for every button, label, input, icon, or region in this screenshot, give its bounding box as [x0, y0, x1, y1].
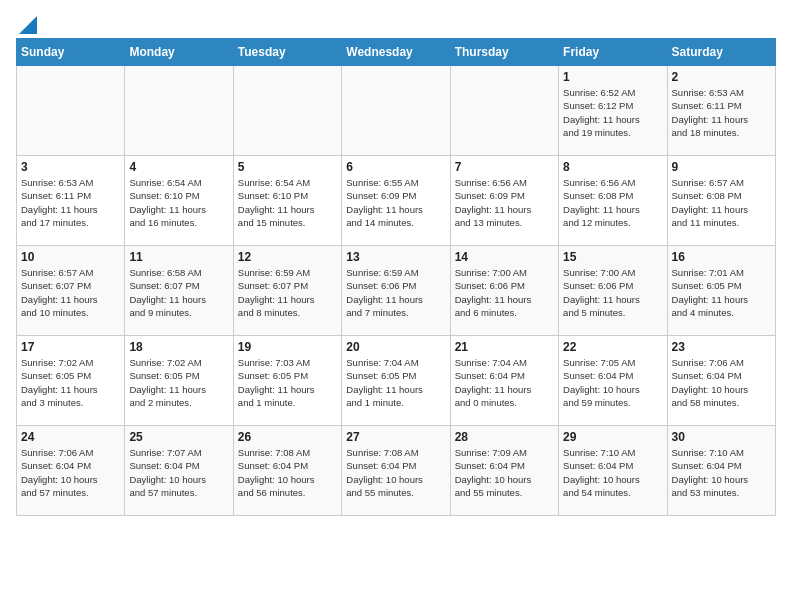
day-info: Sunrise: 7:10 AM Sunset: 6:04 PM Dayligh…: [672, 446, 771, 499]
day-cell: 25Sunrise: 7:07 AM Sunset: 6:04 PM Dayli…: [125, 426, 233, 516]
day-info: Sunrise: 6:52 AM Sunset: 6:12 PM Dayligh…: [563, 86, 662, 139]
day-cell: 5Sunrise: 6:54 AM Sunset: 6:10 PM Daylig…: [233, 156, 341, 246]
day-cell: 21Sunrise: 7:04 AM Sunset: 6:04 PM Dayli…: [450, 336, 558, 426]
day-info: Sunrise: 6:59 AM Sunset: 6:07 PM Dayligh…: [238, 266, 337, 319]
weekday-wednesday: Wednesday: [342, 39, 450, 66]
day-info: Sunrise: 6:54 AM Sunset: 6:10 PM Dayligh…: [238, 176, 337, 229]
day-cell: 13Sunrise: 6:59 AM Sunset: 6:06 PM Dayli…: [342, 246, 450, 336]
day-info: Sunrise: 7:07 AM Sunset: 6:04 PM Dayligh…: [129, 446, 228, 499]
day-cell: 15Sunrise: 7:00 AM Sunset: 6:06 PM Dayli…: [559, 246, 667, 336]
week-row-5: 24Sunrise: 7:06 AM Sunset: 6:04 PM Dayli…: [17, 426, 776, 516]
weekday-monday: Monday: [125, 39, 233, 66]
day-info: Sunrise: 6:54 AM Sunset: 6:10 PM Dayligh…: [129, 176, 228, 229]
day-cell: 23Sunrise: 7:06 AM Sunset: 6:04 PM Dayli…: [667, 336, 775, 426]
day-info: Sunrise: 6:55 AM Sunset: 6:09 PM Dayligh…: [346, 176, 445, 229]
day-number: 7: [455, 160, 554, 174]
day-info: Sunrise: 7:00 AM Sunset: 6:06 PM Dayligh…: [563, 266, 662, 319]
day-number: 17: [21, 340, 120, 354]
week-row-1: 1Sunrise: 6:52 AM Sunset: 6:12 PM Daylig…: [17, 66, 776, 156]
day-cell: 8Sunrise: 6:56 AM Sunset: 6:08 PM Daylig…: [559, 156, 667, 246]
day-cell: 26Sunrise: 7:08 AM Sunset: 6:04 PM Dayli…: [233, 426, 341, 516]
day-info: Sunrise: 7:03 AM Sunset: 6:05 PM Dayligh…: [238, 356, 337, 409]
day-cell: 9Sunrise: 6:57 AM Sunset: 6:08 PM Daylig…: [667, 156, 775, 246]
weekday-friday: Friday: [559, 39, 667, 66]
day-cell: 28Sunrise: 7:09 AM Sunset: 6:04 PM Dayli…: [450, 426, 558, 516]
day-cell: 22Sunrise: 7:05 AM Sunset: 6:04 PM Dayli…: [559, 336, 667, 426]
day-info: Sunrise: 7:02 AM Sunset: 6:05 PM Dayligh…: [129, 356, 228, 409]
day-cell: [233, 66, 341, 156]
day-number: 24: [21, 430, 120, 444]
weekday-thursday: Thursday: [450, 39, 558, 66]
day-info: Sunrise: 6:56 AM Sunset: 6:08 PM Dayligh…: [563, 176, 662, 229]
day-cell: 1Sunrise: 6:52 AM Sunset: 6:12 PM Daylig…: [559, 66, 667, 156]
day-cell: [342, 66, 450, 156]
day-info: Sunrise: 7:04 AM Sunset: 6:04 PM Dayligh…: [455, 356, 554, 409]
day-number: 18: [129, 340, 228, 354]
day-info: Sunrise: 7:01 AM Sunset: 6:05 PM Dayligh…: [672, 266, 771, 319]
day-cell: 16Sunrise: 7:01 AM Sunset: 6:05 PM Dayli…: [667, 246, 775, 336]
day-number: 16: [672, 250, 771, 264]
day-info: Sunrise: 6:53 AM Sunset: 6:11 PM Dayligh…: [672, 86, 771, 139]
day-cell: 3Sunrise: 6:53 AM Sunset: 6:11 PM Daylig…: [17, 156, 125, 246]
day-cell: 17Sunrise: 7:02 AM Sunset: 6:05 PM Dayli…: [17, 336, 125, 426]
day-number: 20: [346, 340, 445, 354]
week-row-4: 17Sunrise: 7:02 AM Sunset: 6:05 PM Dayli…: [17, 336, 776, 426]
day-info: Sunrise: 6:59 AM Sunset: 6:06 PM Dayligh…: [346, 266, 445, 319]
day-cell: 10Sunrise: 6:57 AM Sunset: 6:07 PM Dayli…: [17, 246, 125, 336]
day-info: Sunrise: 6:57 AM Sunset: 6:07 PM Dayligh…: [21, 266, 120, 319]
day-cell: 30Sunrise: 7:10 AM Sunset: 6:04 PM Dayli…: [667, 426, 775, 516]
day-number: 3: [21, 160, 120, 174]
day-number: 27: [346, 430, 445, 444]
day-cell: 11Sunrise: 6:58 AM Sunset: 6:07 PM Dayli…: [125, 246, 233, 336]
day-number: 28: [455, 430, 554, 444]
weekday-saturday: Saturday: [667, 39, 775, 66]
day-number: 9: [672, 160, 771, 174]
day-cell: 19Sunrise: 7:03 AM Sunset: 6:05 PM Dayli…: [233, 336, 341, 426]
day-cell: 7Sunrise: 6:56 AM Sunset: 6:09 PM Daylig…: [450, 156, 558, 246]
day-cell: [125, 66, 233, 156]
day-info: Sunrise: 7:06 AM Sunset: 6:04 PM Dayligh…: [672, 356, 771, 409]
day-cell: 2Sunrise: 6:53 AM Sunset: 6:11 PM Daylig…: [667, 66, 775, 156]
day-number: 30: [672, 430, 771, 444]
day-info: Sunrise: 6:58 AM Sunset: 6:07 PM Dayligh…: [129, 266, 228, 319]
day-cell: [450, 66, 558, 156]
day-number: 25: [129, 430, 228, 444]
weekday-header-row: SundayMondayTuesdayWednesdayThursdayFrid…: [17, 39, 776, 66]
day-number: 2: [672, 70, 771, 84]
day-info: Sunrise: 7:00 AM Sunset: 6:06 PM Dayligh…: [455, 266, 554, 319]
day-cell: [17, 66, 125, 156]
logo-icon: [19, 16, 37, 34]
day-number: 11: [129, 250, 228, 264]
day-info: Sunrise: 6:56 AM Sunset: 6:09 PM Dayligh…: [455, 176, 554, 229]
day-info: Sunrise: 7:06 AM Sunset: 6:04 PM Dayligh…: [21, 446, 120, 499]
day-number: 4: [129, 160, 228, 174]
day-number: 23: [672, 340, 771, 354]
day-cell: 20Sunrise: 7:04 AM Sunset: 6:05 PM Dayli…: [342, 336, 450, 426]
day-info: Sunrise: 7:08 AM Sunset: 6:04 PM Dayligh…: [346, 446, 445, 499]
day-info: Sunrise: 7:05 AM Sunset: 6:04 PM Dayligh…: [563, 356, 662, 409]
day-number: 12: [238, 250, 337, 264]
day-cell: 12Sunrise: 6:59 AM Sunset: 6:07 PM Dayli…: [233, 246, 341, 336]
day-number: 1: [563, 70, 662, 84]
day-number: 5: [238, 160, 337, 174]
day-info: Sunrise: 7:10 AM Sunset: 6:04 PM Dayligh…: [563, 446, 662, 499]
logo: [16, 16, 37, 30]
day-info: Sunrise: 6:57 AM Sunset: 6:08 PM Dayligh…: [672, 176, 771, 229]
day-number: 14: [455, 250, 554, 264]
day-number: 19: [238, 340, 337, 354]
day-number: 29: [563, 430, 662, 444]
day-cell: 24Sunrise: 7:06 AM Sunset: 6:04 PM Dayli…: [17, 426, 125, 516]
day-cell: 27Sunrise: 7:08 AM Sunset: 6:04 PM Dayli…: [342, 426, 450, 516]
day-number: 22: [563, 340, 662, 354]
day-number: 21: [455, 340, 554, 354]
day-cell: 18Sunrise: 7:02 AM Sunset: 6:05 PM Dayli…: [125, 336, 233, 426]
day-cell: 14Sunrise: 7:00 AM Sunset: 6:06 PM Dayli…: [450, 246, 558, 336]
day-number: 15: [563, 250, 662, 264]
calendar-body: 1Sunrise: 6:52 AM Sunset: 6:12 PM Daylig…: [17, 66, 776, 516]
day-number: 8: [563, 160, 662, 174]
calendar-table: SundayMondayTuesdayWednesdayThursdayFrid…: [16, 38, 776, 516]
day-number: 13: [346, 250, 445, 264]
day-info: Sunrise: 7:04 AM Sunset: 6:05 PM Dayligh…: [346, 356, 445, 409]
day-number: 10: [21, 250, 120, 264]
day-cell: 4Sunrise: 6:54 AM Sunset: 6:10 PM Daylig…: [125, 156, 233, 246]
